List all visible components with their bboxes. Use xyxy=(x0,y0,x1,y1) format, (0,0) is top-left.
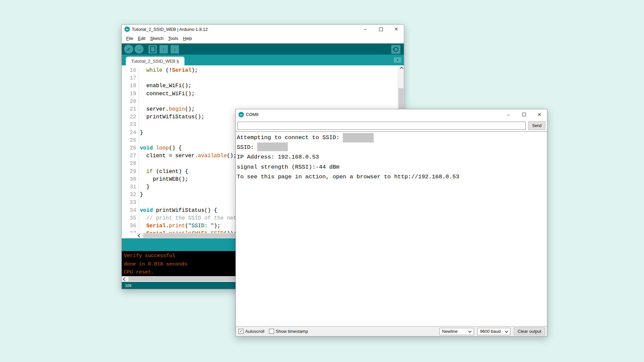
new-sketch-button[interactable] xyxy=(148,45,157,54)
arduino-logo-icon: ∞ xyxy=(238,112,244,117)
tab-list-dropdown-button[interactable]: ▼ xyxy=(394,57,401,63)
show-timestamp-checkbox[interactable] xyxy=(269,329,274,334)
clear-output-button[interactable]: Clear output xyxy=(514,327,545,335)
serial-input[interactable] xyxy=(237,122,526,130)
autoscroll-checkbox[interactable]: ✓ xyxy=(238,329,244,334)
menu-edit[interactable]: Edit xyxy=(136,36,148,41)
serial-maximize-button[interactable] xyxy=(516,109,532,120)
ide-title-bar[interactable]: ∞ Tutorial_2_SSID_WEB | Arduino 1.8.12 –… xyxy=(122,25,404,34)
down-arrow-icon: ↓ xyxy=(174,47,176,52)
serial-output-line: To see this page in action, open a brows… xyxy=(237,172,547,182)
ide-window-title: Tutorial_2_SSID_WEB | Arduino 1.8.12 xyxy=(132,27,208,32)
show-timestamp-label: Show timestamp xyxy=(276,329,308,334)
document-icon xyxy=(150,46,155,52)
chevron-left-icon xyxy=(123,277,126,281)
serial-output-line: SSID: xyxy=(237,142,547,152)
serial-output-line: Attempting to connect to SSID: xyxy=(237,133,547,142)
save-sketch-button[interactable]: ↓ xyxy=(170,45,179,54)
maximize-icon xyxy=(522,113,526,116)
code-line: 18 enable_WiFi(); xyxy=(122,82,404,90)
ide-minimize-button[interactable]: – xyxy=(358,25,373,34)
serial-minimize-button[interactable]: – xyxy=(501,109,516,120)
scroll-up-arrow[interactable] xyxy=(398,65,404,71)
check-icon: ✓ xyxy=(126,46,131,52)
serial-input-row: Send xyxy=(236,120,547,131)
menu-help[interactable]: Help xyxy=(180,36,194,41)
ide-maximize-button[interactable] xyxy=(373,25,388,34)
serial-output-line: signal strength (RSSI):-44 dBm xyxy=(237,162,547,172)
serial-bottom-bar: ✓ Autoscroll Show timestamp Newline 9600… xyxy=(236,326,547,336)
tab-strip: Tutorial_2_SSID_WEB § ▼ xyxy=(122,55,404,65)
chevron-left-icon xyxy=(138,234,141,237)
menu-tools[interactable]: Tools xyxy=(166,36,180,41)
code-line: 19 connect_WiFi(); xyxy=(122,90,404,98)
serial-monitor-button[interactable] xyxy=(391,45,400,54)
right-arrow-icon: → xyxy=(137,46,142,52)
redacted-ssid-block xyxy=(343,133,374,142)
ide-close-button[interactable]: ✕ xyxy=(388,25,404,34)
autoscroll-label: Autoscroll xyxy=(245,329,264,334)
send-button[interactable]: Send xyxy=(528,121,545,130)
desktop: { "colors": { "teal_dark": "#00646A", "t… xyxy=(0,0,644,362)
baud-rate-select[interactable]: 9600 baud xyxy=(477,328,511,335)
ide-toolbar: ✓ → ↑ ↓ xyxy=(122,44,404,55)
serial-title-bar[interactable]: ∞ COM8 – ✕ xyxy=(236,109,547,120)
serial-monitor-window: ∞ COM8 – ✕ Send Attempting to connect to… xyxy=(235,109,547,337)
code-line: 16 while (!Serial); xyxy=(122,67,404,74)
serial-window-title: COM8 xyxy=(246,112,259,117)
open-sketch-button[interactable]: ↑ xyxy=(159,45,168,54)
menu-bar: FileEditSketchToolsHelp xyxy=(122,34,404,44)
serial-output: Attempting to connect to SSID: SSID: IP … xyxy=(236,131,547,326)
scrollbar-spacer xyxy=(122,233,137,238)
up-arrow-icon: ↑ xyxy=(163,47,165,52)
verify-button[interactable]: ✓ xyxy=(124,45,133,54)
baud-rate-value: 9600 baud xyxy=(480,329,500,334)
serial-output-line: IP Address: 192.168.0.53 xyxy=(237,152,547,162)
cursor-line-number: 109 xyxy=(125,284,131,288)
line-ending-value: Newline xyxy=(442,329,458,334)
redacted-ssid-block xyxy=(257,142,288,151)
menu-file[interactable]: File xyxy=(124,36,136,41)
maximize-icon xyxy=(379,27,383,31)
code-line: 17 xyxy=(122,74,404,82)
chevron-down-icon xyxy=(505,329,508,333)
check-icon: ✓ xyxy=(239,329,243,334)
chevron-down-icon: ▼ xyxy=(396,59,399,62)
code-line: 20 xyxy=(122,98,404,106)
serial-close-button[interactable]: ✕ xyxy=(532,109,547,120)
arduino-logo-icon: ∞ xyxy=(124,26,130,32)
console-scroll-left-arrow[interactable] xyxy=(122,276,127,282)
scroll-left-arrow[interactable] xyxy=(137,233,142,238)
line-ending-select[interactable]: Newline xyxy=(439,328,474,335)
chevron-up-icon xyxy=(399,67,403,70)
menu-sketch[interactable]: Sketch xyxy=(148,36,166,41)
chevron-down-icon xyxy=(468,329,472,333)
magnifier-icon xyxy=(393,47,398,52)
upload-button[interactable]: → xyxy=(135,45,144,54)
tab-tutorial-2-ssid-web[interactable]: Tutorial_2_SSID_WEB § xyxy=(126,57,184,65)
